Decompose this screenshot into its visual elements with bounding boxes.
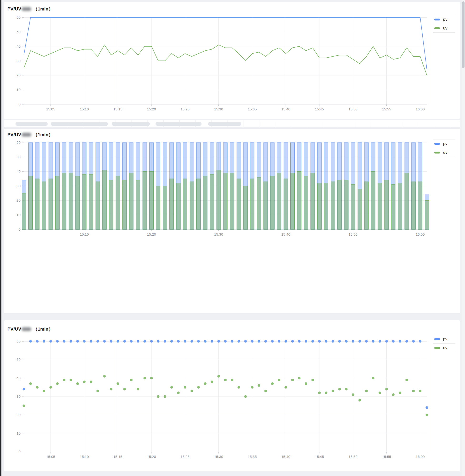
svg-text:0: 0 [19, 102, 21, 106]
svg-text:15:45: 15:45 [315, 455, 324, 459]
svg-text:15:30: 15:30 [214, 232, 223, 236]
pv-swatch-icon [434, 19, 440, 20]
bar-chart-panel: PV/UV （1min） 010203040506015:1015:2015:3… [4, 129, 460, 314]
skeleton-bar [15, 122, 48, 126]
legend-label: pv [443, 17, 447, 22]
pv-swatch-icon [434, 143, 440, 145]
legend-item-uv[interactable]: uv [433, 344, 455, 352]
skeleton-bar [156, 122, 201, 126]
svg-text:16:00: 16:00 [416, 455, 425, 459]
svg-text:15:05: 15:05 [46, 107, 55, 111]
svg-text:15:40: 15:40 [281, 232, 290, 236]
window-edge [0, 0, 1, 476]
legend-label: pv [443, 141, 447, 146]
uv-swatch-icon [434, 152, 440, 153]
svg-text:15:30: 15:30 [214, 107, 223, 111]
svg-text:15:35: 15:35 [248, 107, 257, 111]
svg-text:30: 30 [16, 184, 21, 188]
svg-text:40: 40 [16, 44, 21, 48]
svg-text:15:40: 15:40 [281, 455, 290, 459]
legend-label: pv [443, 337, 447, 342]
legend: pv uv [433, 15, 455, 33]
legend-label: uv [443, 345, 447, 350]
svg-text:15:10: 15:10 [80, 107, 89, 111]
svg-text:15:15: 15:15 [113, 107, 122, 111]
svg-text:15:50: 15:50 [349, 455, 358, 459]
svg-text:15:05: 15:05 [46, 455, 55, 459]
svg-text:60: 60 [16, 15, 21, 19]
svg-text:16:00: 16:00 [416, 107, 425, 111]
svg-text:50: 50 [16, 155, 21, 159]
svg-text:60: 60 [16, 339, 21, 343]
svg-text:15:25: 15:25 [180, 455, 190, 459]
legend-label: uv [443, 26, 447, 31]
svg-text:15:35: 15:35 [248, 455, 257, 459]
legend-label: uv [443, 150, 447, 155]
svg-text:15:15: 15:15 [113, 455, 122, 459]
svg-text:15:10: 15:10 [80, 455, 89, 459]
svg-text:15:25: 15:25 [180, 107, 190, 111]
svg-text:10: 10 [16, 213, 21, 217]
svg-text:0: 0 [19, 450, 21, 454]
svg-text:15:20: 15:20 [147, 107, 156, 111]
clipped-skeleton-row [4, 120, 460, 127]
legend-item-uv[interactable]: uv [433, 24, 455, 33]
svg-text:15:55: 15:55 [382, 455, 391, 459]
svg-text:15:50: 15:50 [349, 232, 358, 236]
skeleton-bar [51, 122, 108, 126]
svg-text:20: 20 [16, 73, 21, 77]
svg-text:15:10: 15:10 [80, 232, 89, 236]
page-scrollbar[interactable] [462, 0, 465, 476]
svg-text:40: 40 [16, 376, 21, 380]
scrollbar-thumb[interactable] [462, 1, 465, 68]
skeleton-bar [208, 122, 241, 126]
svg-text:15:40: 15:40 [281, 107, 290, 111]
svg-text:40: 40 [16, 170, 21, 173]
page: PV/UV （1min） 010203040506015:0515:1015:1… [0, 0, 465, 476]
skeleton-bar [112, 122, 150, 126]
legend: pv uv [433, 335, 455, 352]
uv-swatch-icon [434, 347, 440, 349]
svg-text:50: 50 [16, 357, 21, 362]
svg-text:15:50: 15:50 [349, 107, 358, 111]
legend: pv uv [433, 139, 455, 157]
svg-text:30: 30 [16, 394, 21, 398]
svg-text:16:00: 16:00 [416, 232, 425, 236]
svg-text:10: 10 [16, 88, 21, 92]
legend-item-uv[interactable]: uv [433, 148, 455, 157]
pv-uv-scatter-chart[interactable]: 010203040506015:0515:1015:1515:2015:2515… [4, 320, 460, 472]
legend-item-pv[interactable]: pv [433, 335, 455, 344]
svg-text:20: 20 [16, 198, 21, 202]
pv-swatch-icon [434, 338, 440, 340]
legend-item-pv[interactable]: pv [433, 139, 455, 148]
pv-uv-line-chart[interactable]: 010203040506015:0515:1015:1515:2015:2515… [4, 2, 460, 119]
svg-text:15:20: 15:20 [147, 455, 156, 459]
svg-text:15:45: 15:45 [315, 107, 324, 111]
svg-text:60: 60 [16, 141, 21, 144]
svg-text:30: 30 [16, 59, 21, 63]
line-chart-panel: PV/UV （1min） 010203040506015:0515:1015:1… [4, 2, 460, 119]
svg-text:20: 20 [16, 413, 21, 417]
svg-text:10: 10 [16, 431, 21, 435]
svg-text:0: 0 [19, 227, 21, 231]
legend-item-pv[interactable]: pv [433, 15, 455, 24]
svg-text:50: 50 [16, 30, 21, 34]
scatter-chart-panel: PV/UV （1min） 010203040506015:0515:1015:1… [4, 320, 460, 472]
uv-swatch-icon [434, 27, 440, 29]
svg-text:15:55: 15:55 [382, 107, 391, 111]
svg-text:15:30: 15:30 [214, 455, 223, 459]
pv-uv-bar-chart[interactable]: 010203040506015:1015:2015:3015:4015:5016… [4, 129, 460, 314]
svg-text:15:20: 15:20 [147, 232, 156, 236]
